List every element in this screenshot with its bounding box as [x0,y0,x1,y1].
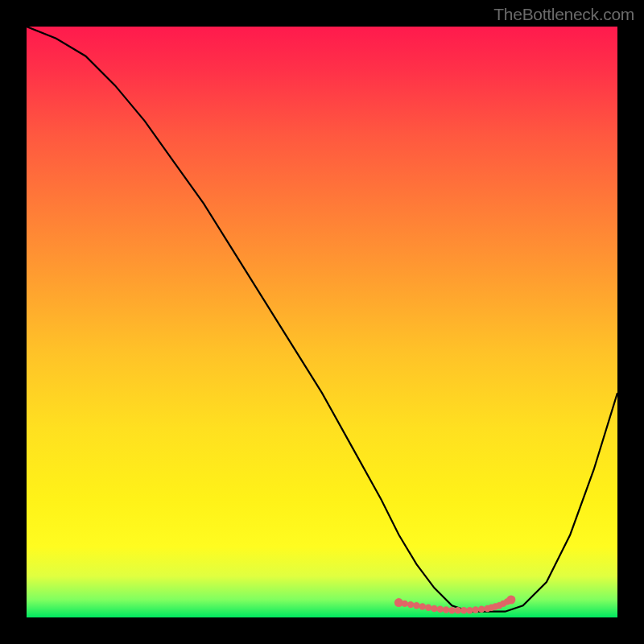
plot-area [27,27,617,617]
bottleneck-curve [27,27,617,612]
highlight-dot [407,601,414,608]
watermark-text: TheBottleneck.com [493,5,634,24]
highlight-dot [478,606,485,613]
highlight-dot [443,606,449,613]
highlight-dot [466,607,473,613]
highlight-dot [437,606,444,613]
highlight-dot [448,607,455,613]
highlight-dot [460,607,467,613]
highlight-dot [506,596,515,605]
highlight-dot [425,605,431,611]
highlight-dot [402,601,408,607]
highlight-dot [419,603,426,609]
highlight-dot [455,607,461,613]
highlight-dot [473,606,479,613]
highlight-dot [431,605,437,612]
chart-svg [27,27,617,617]
highlight-dot [413,602,419,609]
